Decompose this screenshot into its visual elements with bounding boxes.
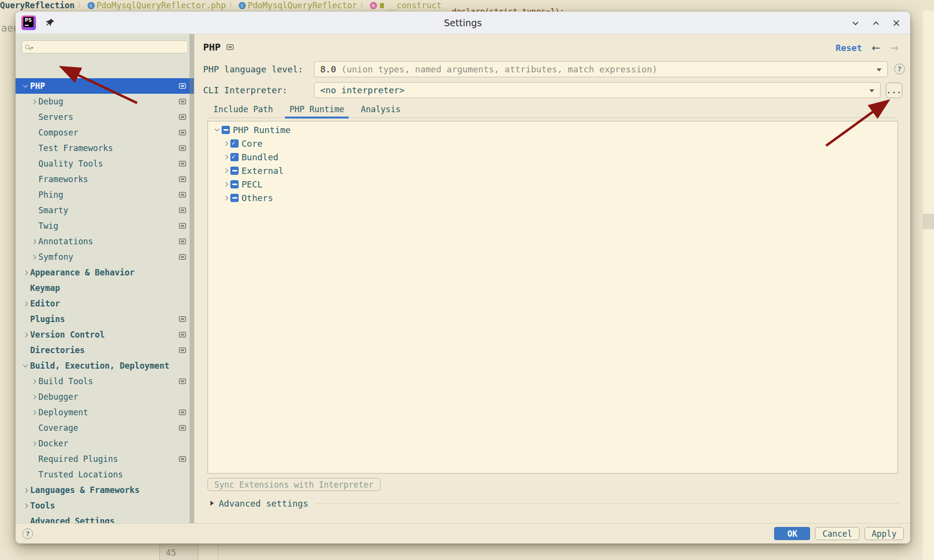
- chevron-right-icon[interactable]: [31, 395, 37, 399]
- class-icon: c: [87, 2, 95, 9]
- language-level-value: 8.0: [320, 64, 336, 74]
- tree-item-pecl[interactable]: PECL: [208, 177, 898, 191]
- tab-include-path[interactable]: Include Path: [208, 102, 278, 118]
- chevron-right-icon[interactable]: [222, 196, 229, 200]
- breadcrumb-separator: 〉: [360, 1, 367, 10]
- breadcrumb-item-pdomysqlqueryreflector-php[interactable]: PdoMysqlQueryReflector.php: [97, 0, 226, 10]
- reset-link[interactable]: Reset: [836, 43, 862, 53]
- sidebar-item-debug[interactable]: Debug: [16, 94, 194, 109]
- class-icon: c: [239, 2, 246, 9]
- sidebar-item-trusted-locations[interactable]: Trusted Locations: [16, 467, 194, 482]
- chevron-right-icon[interactable]: [22, 271, 29, 274]
- sidebar-item-editor[interactable]: Editor: [16, 296, 194, 311]
- cancel-button[interactable]: Cancel: [815, 527, 859, 540]
- sidebar-item-build-execution-deployment[interactable]: Build, Execution, Deployment: [16, 358, 194, 373]
- sidebar-item-symfony[interactable]: Symfony: [16, 249, 194, 265]
- partial-checkbox[interactable]: [230, 180, 239, 188]
- chevron-right-icon[interactable]: [31, 411, 37, 414]
- forward-arrow-icon[interactable]: →: [890, 43, 899, 53]
- chevron-right-icon[interactable]: [22, 504, 29, 508]
- checked-checkbox[interactable]: [230, 139, 239, 148]
- partial-checkbox[interactable]: [230, 194, 239, 202]
- chevron-right-icon[interactable]: [31, 255, 37, 259]
- chevron-right-icon[interactable]: [31, 442, 37, 445]
- sync-extensions-button[interactable]: Sync Extensions with Interpreter: [208, 478, 381, 491]
- search-options-caret-icon[interactable]: [31, 47, 34, 49]
- sidebar-item-required-plugins[interactable]: Required Plugins: [16, 451, 194, 467]
- sidebar-item-plugins[interactable]: Plugins: [16, 311, 194, 327]
- sidebar-item-version-control[interactable]: Version Control: [16, 327, 194, 342]
- sidebar-scrollbar[interactable]: [190, 34, 194, 523]
- sidebar-item-phing[interactable]: Phing: [16, 187, 194, 203]
- sidebar-item-directories[interactable]: Directories: [16, 342, 194, 358]
- sidebar-item-debugger[interactable]: Debugger: [16, 389, 194, 405]
- sidebar-item-php[interactable]: PHP: [16, 78, 194, 94]
- cli-interpreter-select[interactable]: <no interpreter>: [314, 82, 881, 98]
- cli-interpreter-browse-button[interactable]: ...: [886, 83, 902, 98]
- checked-checkbox[interactable]: [230, 153, 239, 161]
- apply-button[interactable]: Apply: [865, 527, 904, 540]
- sidebar-item-frameworks[interactable]: Frameworks: [16, 171, 194, 187]
- sidebar-item-label: Editor: [30, 299, 60, 308]
- sidebar-item-deployment[interactable]: Deployment: [16, 405, 194, 420]
- sidebar-item-annotations[interactable]: Annotations: [16, 234, 194, 249]
- chevron-down-icon[interactable]: [213, 129, 220, 131]
- ok-button[interactable]: OK: [774, 527, 810, 540]
- chevron-right-icon[interactable]: [22, 302, 29, 305]
- configurable-icon: [179, 409, 186, 415]
- minimize-chevron-down-icon[interactable]: [851, 18, 860, 27]
- chevron-right-icon[interactable]: [222, 142, 229, 145]
- maximize-chevron-up-icon[interactable]: [871, 18, 880, 27]
- chevron-right-icon[interactable]: [31, 100, 37, 103]
- sidebar-item-appearance-behavior[interactable]: Appearance & Behavior: [16, 265, 194, 280]
- sidebar-item-build-tools[interactable]: Build Tools: [16, 373, 194, 389]
- settings-search-box[interactable]: [21, 40, 188, 53]
- breadcrumb-item-construct[interactable]: __construct: [387, 0, 442, 10]
- sidebar-item-label: Debug: [38, 97, 63, 106]
- tree-item-core[interactable]: Core: [208, 136, 898, 150]
- advanced-settings-label: Advanced settings: [219, 498, 308, 509]
- back-arrow-icon[interactable]: ←: [872, 43, 881, 53]
- sidebar-item-smarty[interactable]: Smarty: [16, 203, 194, 218]
- partial-checkbox[interactable]: [222, 126, 230, 134]
- sidebar-item-composer[interactable]: Composer: [16, 125, 194, 140]
- sidebar-item-advanced-settings[interactable]: Advanced Settings: [16, 513, 194, 523]
- language-level-select[interactable]: 8.0 (union types, named arguments, attri…: [314, 61, 888, 77]
- chevron-right-icon[interactable]: [222, 183, 229, 186]
- breadcrumb-item-queryreflection[interactable]: QueryReflection: [0, 0, 75, 10]
- sidebar-item-label: Quality Tools: [38, 159, 103, 169]
- pin-icon[interactable]: [46, 18, 55, 29]
- sidebar-item-test-frameworks[interactable]: Test Frameworks: [16, 140, 194, 156]
- chevron-right-icon[interactable]: [222, 155, 229, 159]
- sidebar-item-servers[interactable]: Servers: [16, 109, 194, 125]
- sidebar-item-quality-tools[interactable]: Quality Tools: [16, 156, 194, 171]
- sidebar-item-coverage[interactable]: Coverage: [16, 420, 194, 436]
- chevron-down-icon[interactable]: [22, 365, 29, 367]
- language-level-help-icon[interactable]: ?: [894, 64, 905, 74]
- tree-item-external[interactable]: External: [208, 164, 898, 177]
- chevron-right-icon[interactable]: [22, 489, 29, 492]
- sidebar-item-tools[interactable]: Tools: [16, 498, 194, 513]
- chevron-right-icon[interactable]: [31, 380, 37, 383]
- help-button[interactable]: ?: [22, 528, 33, 539]
- breadcrumb-item-pdomysqlqueryreflector[interactable]: PdoMysqlQueryReflector: [248, 0, 357, 10]
- search-input[interactable]: [36, 43, 173, 51]
- chevron-right-icon[interactable]: [22, 333, 29, 337]
- chevron-right-icon[interactable]: [222, 169, 229, 172]
- tree-item-php-runtime[interactable]: PHP Runtime: [208, 123, 898, 136]
- partial-checkbox[interactable]: [230, 167, 239, 175]
- sidebar-item-docker[interactable]: Docker: [16, 436, 194, 451]
- sidebar-item-languages-frameworks[interactable]: Languages & Frameworks: [16, 482, 194, 498]
- close-icon[interactable]: [892, 18, 900, 27]
- tree-item-others[interactable]: Others: [208, 191, 898, 204]
- chevron-down-icon[interactable]: [22, 85, 29, 87]
- language-level-label: PHP language level:: [203, 61, 303, 77]
- advanced-settings-toggle[interactable]: Advanced settings: [208, 496, 899, 510]
- tab-php-runtime[interactable]: PHP Runtime: [285, 102, 349, 118]
- sidebar-item-twig[interactable]: Twig: [16, 218, 194, 234]
- sidebar-item-keymap[interactable]: Keymap: [16, 280, 194, 296]
- chevron-right-icon[interactable]: [31, 240, 37, 243]
- tree-item-bundled[interactable]: Bundled: [208, 150, 898, 164]
- tab-analysis[interactable]: Analysis: [356, 102, 405, 118]
- configurable-icon: [179, 161, 186, 167]
